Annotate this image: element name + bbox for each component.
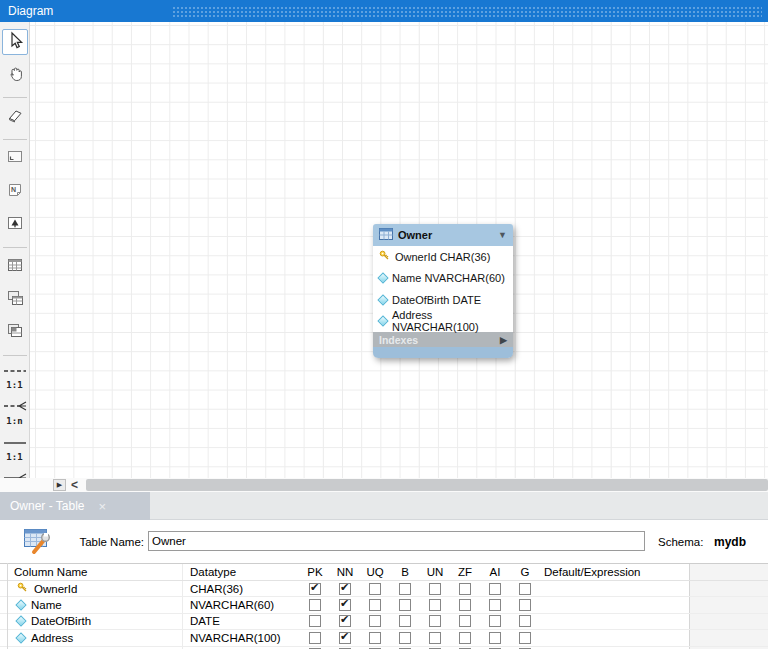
checkbox-zf[interactable] — [459, 583, 471, 595]
checkbox-g[interactable] — [519, 583, 531, 595]
panel-toggle-button[interactable]: ▶ — [53, 479, 66, 491]
diagram-titlebar: Diagram — [0, 0, 768, 22]
view-tool-button[interactable] — [2, 287, 28, 313]
routine-group-tool-button[interactable] — [2, 320, 28, 346]
figure-column-row[interactable]: OwnerId CHAR(36) — [373, 246, 513, 268]
checkbox-pk[interactable] — [309, 615, 321, 627]
table-grid-icon — [5, 255, 25, 279]
table-name-input[interactable] — [148, 531, 645, 551]
columns-grid-header: Column NameDatatypePKNNUQBUNZFAIGDefault… — [0, 563, 768, 581]
checkbox-ai[interactable] — [489, 599, 501, 611]
checkbox-g[interactable] — [519, 615, 531, 627]
canvas-hscrollbar: ▶ < — [0, 478, 768, 492]
note-tool-button[interactable]: N — [2, 179, 28, 205]
figure-indexes-section[interactable]: Indexes ▶ — [373, 332, 513, 347]
layer-tool-button[interactable] — [2, 146, 28, 172]
checkbox-un[interactable] — [429, 599, 441, 611]
checkbox-b[interactable] — [399, 599, 411, 611]
collapse-caret-icon[interactable]: ▼ — [498, 230, 507, 240]
grid-cell-default-expression[interactable] — [540, 630, 690, 645]
checkbox-nn[interactable] — [339, 632, 351, 644]
pan-tool-button[interactable] — [2, 62, 28, 88]
checkbox-un[interactable] — [429, 615, 441, 627]
figure-bottom-bar — [373, 347, 513, 358]
image-tool-button[interactable] — [2, 212, 28, 238]
grid-cell-default-expression[interactable] — [540, 581, 690, 596]
checkbox-pk[interactable] — [309, 599, 321, 611]
checkbox-nn[interactable] — [339, 599, 351, 611]
rel-11-identifying-tool-button[interactable]: 1:1 — [1, 434, 29, 462]
owner-table-figure[interactable]: Owner ▼ OwnerId CHAR(36)Name NVARCHAR(60… — [373, 224, 513, 358]
checkbox-zf[interactable] — [459, 599, 471, 611]
note-icon: N — [5, 180, 25, 204]
grid-cell-default-expression[interactable] — [540, 597, 690, 612]
grid-header-ai: AI — [480, 566, 510, 578]
grid-cell-datatype: CHAR(36) — [183, 583, 300, 595]
checkbox-ai[interactable] — [489, 583, 501, 595]
grid-cell-column-name: OwnerId — [34, 583, 77, 595]
grid-row[interactable]: DateOfBirthDATE — [0, 614, 768, 630]
editor-tabbar: Owner - Table × — [0, 492, 768, 520]
checkbox-g[interactable] — [519, 599, 531, 611]
diagram-canvas[interactable]: Owner ▼ OwnerId CHAR(36)Name NVARCHAR(60… — [30, 22, 768, 478]
checkbox-un[interactable] — [429, 632, 441, 644]
rel-11-nonidentifying-tool-button[interactable]: 1:1 — [1, 362, 29, 390]
figure-column-row[interactable]: Name NVARCHAR(60) — [373, 268, 513, 290]
checkbox-nn[interactable] — [339, 615, 351, 627]
figure-header[interactable]: Owner ▼ — [373, 224, 513, 246]
checkbox-uq[interactable] — [369, 599, 381, 611]
rel-1n-nonidentifying-tool-button[interactable]: 1:n — [1, 398, 29, 426]
grid-cell-column-name: Address — [31, 632, 73, 644]
grid-cell-datatype: DATE — [183, 615, 300, 627]
column-diamond-icon — [377, 294, 388, 305]
schema-value: mydb — [714, 535, 746, 549]
grid-cell-datatype: NVARCHAR(60) — [183, 599, 300, 611]
checkbox-uq[interactable] — [369, 583, 381, 595]
columns-grid-rows: OwnerIdCHAR(36)NameNVARCHAR(60)DateOfBir… — [0, 581, 768, 649]
diagram-workspace: N 1:1 — [0, 22, 768, 478]
figure-column-label: Address NVARCHAR(100) — [392, 309, 513, 333]
eraser-tool-button[interactable] — [2, 104, 28, 130]
checkbox-zf[interactable] — [459, 615, 471, 627]
tab-label: Owner - Table — [10, 499, 84, 513]
figure-column-row[interactable]: Address NVARCHAR(100) — [373, 311, 513, 333]
checkbox-un[interactable] — [429, 583, 441, 595]
table-icon — [379, 228, 393, 242]
grid-header-un: UN — [420, 566, 450, 578]
checkbox-uq[interactable] — [369, 615, 381, 627]
select-tool-button[interactable] — [2, 29, 28, 55]
expand-arrow-icon[interactable]: ▶ — [500, 335, 507, 345]
cursor-arrow-icon — [5, 30, 25, 54]
tab-owner-table[interactable]: Owner - Table × — [0, 492, 150, 520]
grid-header-datatype: Datatype — [183, 566, 300, 578]
checkbox-pk[interactable] — [309, 583, 321, 595]
tab-close-icon[interactable]: × — [98, 500, 106, 513]
column-diamond-icon — [15, 632, 26, 643]
grid-cell-datatype: NVARCHAR(100) — [183, 632, 300, 644]
grid-cell-default-expression[interactable] — [540, 614, 690, 629]
toolbar-separator — [3, 139, 27, 140]
grid-row[interactable]: NameNVARCHAR(60) — [0, 597, 768, 613]
checkbox-pk[interactable] — [309, 632, 321, 644]
checkbox-ai[interactable] — [489, 615, 501, 627]
checkbox-b[interactable] — [399, 583, 411, 595]
checkbox-g[interactable] — [519, 632, 531, 644]
checkbox-uq[interactable] — [369, 632, 381, 644]
checkbox-b[interactable] — [399, 615, 411, 627]
checkbox-b[interactable] — [399, 632, 411, 644]
table-name-label: Table Name: — [40, 536, 144, 548]
rel-tool-label: 1:n — [6, 416, 22, 426]
eraser-icon — [5, 105, 25, 129]
checkbox-nn[interactable] — [339, 583, 351, 595]
table-tool-button[interactable] — [2, 254, 28, 280]
column-diamond-icon — [15, 616, 26, 627]
hscrollbar-thumb[interactable] — [86, 479, 768, 491]
grid-row[interactable]: OwnerIdCHAR(36) — [0, 581, 768, 597]
figure-column-row[interactable]: DateOfBirth DATE — [373, 289, 513, 311]
column-diamond-icon — [377, 273, 388, 284]
scroll-left-button[interactable]: < — [71, 478, 78, 492]
checkbox-zf[interactable] — [459, 632, 471, 644]
toolbar-separator — [3, 355, 27, 356]
checkbox-ai[interactable] — [489, 632, 501, 644]
grid-row[interactable]: AddressNVARCHAR(100) — [0, 630, 768, 646]
